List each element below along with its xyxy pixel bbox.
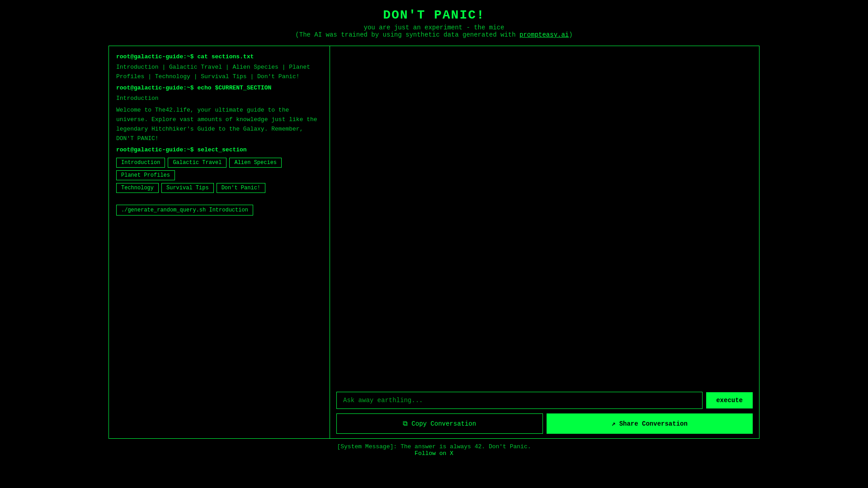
copy-label: Copy Conversation: [411, 420, 476, 427]
command-display-container: ./generate_random_query.sh Introduction: [116, 200, 322, 216]
input-row: execute: [330, 387, 759, 413]
subtitle: you are just an experiment - the mice (T…: [0, 24, 868, 38]
share-conversation-button[interactable]: Share Conversation: [547, 413, 753, 434]
ask-input[interactable]: [336, 392, 703, 409]
sections-list: Introduction | Galactic Travel | Alien S…: [116, 63, 322, 82]
section-tags: IntroductionGalactic TravelAlien Species…: [116, 158, 322, 193]
follow-link-container: Follow on X: [0, 450, 868, 457]
right-panel: execute Copy Conversation Share Conversa…: [330, 46, 760, 439]
share-icon: [612, 419, 616, 428]
header: DON'T PANIC! you are just an experiment …: [0, 0, 868, 41]
prompteasy-link[interactable]: prompteasy.ai: [519, 31, 569, 38]
copy-conversation-button[interactable]: Copy Conversation: [336, 413, 543, 434]
share-label: Share Conversation: [619, 420, 688, 427]
welcome-text: Welcome to The42.life, your ultimate gui…: [116, 106, 322, 143]
content-area: root@galactic-guide:~$ cat sections.txt …: [108, 46, 760, 439]
section-tag-galactic-travel[interactable]: Galactic Travel: [168, 158, 226, 168]
ai-note-suffix: ): [569, 31, 572, 38]
section-tag-introduction[interactable]: Introduction: [116, 158, 165, 168]
footer: [System Message]: The answer is always 4…: [0, 439, 868, 459]
prompt2: root@galactic-guide:~$ echo $CURRENT_SEC…: [116, 84, 322, 91]
command-display: ./generate_random_query.sh Introduction: [116, 205, 253, 216]
section-tag-dont-panic[interactable]: Don't Panic!: [217, 183, 265, 193]
subtitle-text: you are just an experiment - the mice: [364, 24, 505, 31]
section-tag-technology[interactable]: Technology: [116, 183, 159, 193]
execute-button[interactable]: execute: [706, 392, 753, 408]
section-tag-survival-tips[interactable]: Survival Tips: [161, 183, 214, 193]
copy-icon: [403, 420, 408, 428]
prompt3: root@galactic-guide:~$ select_section: [116, 146, 322, 153]
current-section: Introduction: [116, 94, 322, 103]
main-title: DON'T PANIC!: [0, 8, 868, 22]
prompt1: root@galactic-guide:~$ cat sections.txt: [116, 53, 322, 60]
chat-area: [330, 46, 759, 387]
follow-on-x-link[interactable]: Follow on X: [415, 450, 453, 457]
ai-note-prefix: (The AI was trained by using synthetic d…: [295, 31, 519, 38]
section-tag-planet-profiles[interactable]: Planet Profiles: [116, 170, 175, 180]
left-panel: root@galactic-guide:~$ cat sections.txt …: [108, 46, 330, 439]
section-tag-alien-species[interactable]: Alien Species: [229, 158, 282, 168]
system-message: [System Message]: The answer is always 4…: [0, 443, 868, 450]
action-row: Copy Conversation Share Conversation: [330, 413, 759, 438]
